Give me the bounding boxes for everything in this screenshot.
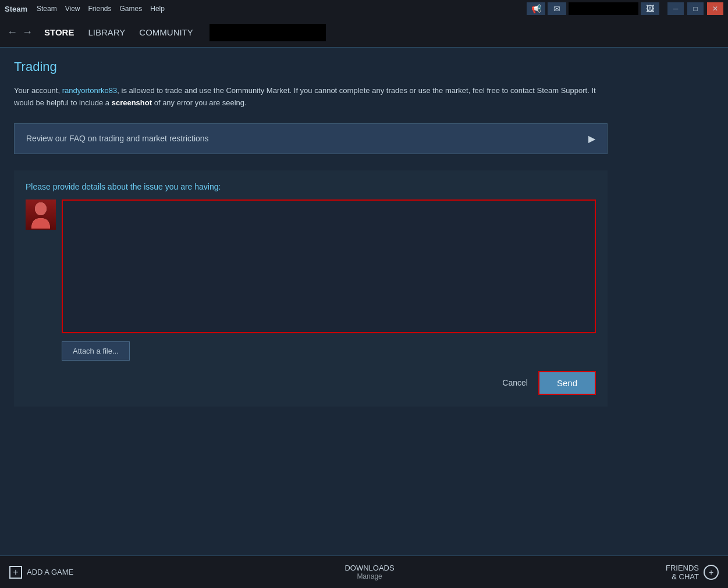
add-game-button[interactable]: + ADD A GAME (9, 566, 73, 579)
action-row: Cancel Send (26, 371, 596, 395)
attach-file-button[interactable]: Attach a file... (62, 341, 130, 361)
app-name: Steam (5, 5, 27, 13)
username-link[interactable]: randyortonrko83 (62, 86, 118, 95)
svg-point-1 (35, 202, 47, 215)
title-bar-left: Steam Steam View Friends Games Help (5, 5, 165, 13)
title-bar-menu: Steam View Friends Games Help (37, 5, 165, 13)
nav-search-box[interactable] (209, 24, 326, 41)
bottom-bar: + ADD A GAME DOWNLOADS Manage FRIENDS & … (0, 555, 728, 588)
friends-chat-icon: + (704, 565, 719, 580)
maximize-button[interactable]: □ (687, 2, 704, 15)
add-game-icon: + (9, 566, 22, 579)
back-button[interactable]: ← (7, 26, 17, 38)
close-button[interactable]: ✕ (707, 2, 723, 15)
content-panel: Trading Your account, randyortonrko83, i… (0, 48, 716, 555)
nav-community[interactable]: COMMUNITY (139, 27, 193, 37)
faq-text: Review our FAQ on trading and market res… (26, 134, 209, 143)
right-sidebar (716, 48, 728, 555)
screenshot-word: screenshot (112, 98, 152, 107)
notifications-icon[interactable]: 📢 (527, 2, 545, 15)
main-content: Trading Your account, randyortonrko83, i… (0, 48, 728, 555)
title-bar-right: 📢 ✉ 🖼 ─ □ ✕ (527, 2, 723, 15)
attach-row: Attach a file... (26, 341, 596, 361)
page-title: Trading (14, 59, 702, 74)
desc-part1: Your account, (14, 86, 62, 95)
avatar (26, 199, 56, 230)
issue-label: Please provide details about the issue y… (26, 182, 596, 191)
forward-button[interactable]: → (22, 26, 33, 38)
issue-form: Please provide details about the issue y… (14, 170, 608, 407)
messages-icon[interactable]: ✉ (548, 2, 566, 15)
title-bar: Steam Steam View Friends Games Help 📢 ✉ … (0, 0, 728, 17)
friends-chat-button[interactable]: FRIENDS & CHAT + (666, 564, 719, 581)
add-game-label: ADD A GAME (27, 568, 73, 576)
user-area[interactable] (569, 2, 638, 15)
desc-part3: of any error you are seeing. (152, 98, 247, 107)
downloads-label: DOWNLOADS (345, 564, 394, 572)
cancel-button[interactable]: Cancel (502, 378, 528, 387)
faq-arrow-icon: ▶ (588, 133, 595, 144)
menu-view[interactable]: View (65, 5, 80, 13)
nav-arrows: ← → (7, 26, 33, 38)
faq-box[interactable]: Review our FAQ on trading and market res… (14, 123, 608, 154)
nav-links: STORE LIBRARY COMMUNITY (44, 27, 193, 37)
avatar-inner (26, 199, 56, 230)
message-textarea[interactable] (62, 199, 596, 333)
screenshot-icon[interactable]: 🖼 (641, 2, 659, 15)
title-bar-icons: 📢 ✉ 🖼 (527, 2, 659, 15)
send-button[interactable]: Send (538, 371, 596, 395)
downloads-area[interactable]: DOWNLOADS Manage (345, 564, 394, 580)
menu-help[interactable]: Help (150, 5, 165, 13)
avatar-silhouette (29, 201, 52, 229)
issue-input-row (26, 199, 596, 333)
manage-label: Manage (345, 572, 394, 580)
menu-games[interactable]: Games (120, 5, 143, 13)
description-text: Your account, randyortonrko83, is allowe… (14, 85, 608, 109)
friends-label: FRIENDS & CHAT (666, 564, 699, 581)
nav-store[interactable]: STORE (44, 27, 74, 37)
menu-steam[interactable]: Steam (37, 5, 57, 13)
nav-library[interactable]: LIBRARY (88, 27, 125, 37)
nav-bar: ← → STORE LIBRARY COMMUNITY (0, 17, 728, 48)
menu-friends[interactable]: Friends (88, 5, 112, 13)
minimize-button[interactable]: ─ (667, 2, 684, 15)
